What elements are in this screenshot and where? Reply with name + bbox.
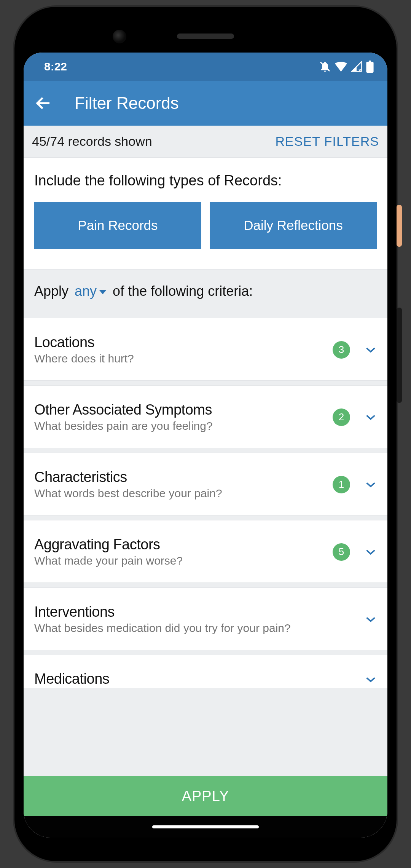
caret-down-icon xyxy=(99,290,107,294)
daily-reflections-toggle[interactable]: Daily Reflections xyxy=(210,202,377,249)
criteria-mode-dropdown[interactable]: any xyxy=(72,283,109,299)
status-time: 8:22 xyxy=(44,60,67,73)
row-title: Aggravating Factors xyxy=(34,536,333,553)
system-nav-bar xyxy=(24,816,387,838)
signal-icon: × xyxy=(351,61,362,72)
row-subtitle: What besides medication did you try for … xyxy=(34,622,365,635)
svg-text:×: × xyxy=(358,68,361,72)
criteria-list: Locations Where does it hurt? 3 Other As… xyxy=(24,313,387,776)
chevron-down-icon xyxy=(365,613,377,625)
divider xyxy=(24,582,387,588)
row-interventions[interactable]: Interventions What besides medication di… xyxy=(24,588,387,650)
divider xyxy=(24,380,387,386)
power-button xyxy=(397,205,402,247)
volume-button xyxy=(397,308,402,403)
divider xyxy=(24,515,387,520)
nav-handle[interactable] xyxy=(152,825,259,828)
row-title: Locations xyxy=(34,334,333,351)
screen: 8:22 × Filter Records 45/74 records show… xyxy=(24,53,387,838)
count-badge: 1 xyxy=(333,476,350,493)
front-camera xyxy=(113,30,126,43)
row-symptoms[interactable]: Other Associated Symptoms What besides p… xyxy=(24,386,387,448)
status-icons: × xyxy=(319,61,374,73)
chevron-down-icon xyxy=(365,479,377,491)
divider xyxy=(24,650,387,655)
row-title: Other Associated Symptoms xyxy=(34,402,333,418)
pain-records-toggle[interactable]: Pain Records xyxy=(34,202,201,249)
back-button[interactable] xyxy=(34,94,53,112)
divider xyxy=(24,313,387,318)
svg-rect-2 xyxy=(366,62,373,73)
record-types-section: Include the following types of Records: … xyxy=(24,157,387,270)
notifications-off-icon xyxy=(319,61,331,73)
records-shown-label: 45/74 records shown xyxy=(32,134,152,149)
wifi-icon xyxy=(335,61,347,72)
apply-button[interactable]: APPLY xyxy=(24,776,387,816)
chevron-down-icon xyxy=(365,673,377,686)
criteria-suffix: of the following criteria: xyxy=(113,283,253,299)
criteria-mode-value: any xyxy=(75,283,97,299)
phone-speaker xyxy=(177,34,234,39)
row-title: Interventions xyxy=(34,604,365,620)
criteria-prefix: Apply xyxy=(34,283,68,299)
row-aggravating[interactable]: Aggravating Factors What made your pain … xyxy=(24,520,387,582)
row-subtitle: What made your pain worse? xyxy=(34,554,333,567)
row-title: Characteristics xyxy=(34,469,333,485)
row-title: Medications xyxy=(34,671,365,687)
status-bar: 8:22 × xyxy=(24,53,387,81)
subheader: 45/74 records shown RESET FILTERS xyxy=(24,126,387,157)
count-badge: 5 xyxy=(333,543,350,561)
chevron-down-icon xyxy=(365,344,377,356)
phone-frame: 8:22 × Filter Records 45/74 records show… xyxy=(14,7,397,861)
row-medications[interactable]: Medications xyxy=(24,655,387,688)
arrow-left-icon xyxy=(34,94,53,112)
criteria-bar: Apply any of the following criteria: xyxy=(24,270,387,313)
row-subtitle: What besides pain are you feeling? xyxy=(34,420,333,432)
battery-icon xyxy=(366,61,374,73)
svg-rect-3 xyxy=(369,61,371,62)
record-types-heading: Include the following types of Records: xyxy=(34,172,377,189)
row-characteristics[interactable]: Characteristics What words best describe… xyxy=(24,453,387,515)
app-bar: Filter Records xyxy=(24,81,387,126)
page-title: Filter Records xyxy=(75,94,179,113)
row-subtitle: Where does it hurt? xyxy=(34,352,333,365)
count-badge: 3 xyxy=(333,341,350,359)
chevron-down-icon xyxy=(365,411,377,423)
chevron-down-icon xyxy=(365,546,377,558)
row-subtitle: What words best describe your pain? xyxy=(34,487,333,500)
reset-filters-button[interactable]: RESET FILTERS xyxy=(276,134,379,149)
row-locations[interactable]: Locations Where does it hurt? 3 xyxy=(24,318,387,380)
count-badge: 2 xyxy=(333,408,350,426)
divider xyxy=(24,448,387,453)
